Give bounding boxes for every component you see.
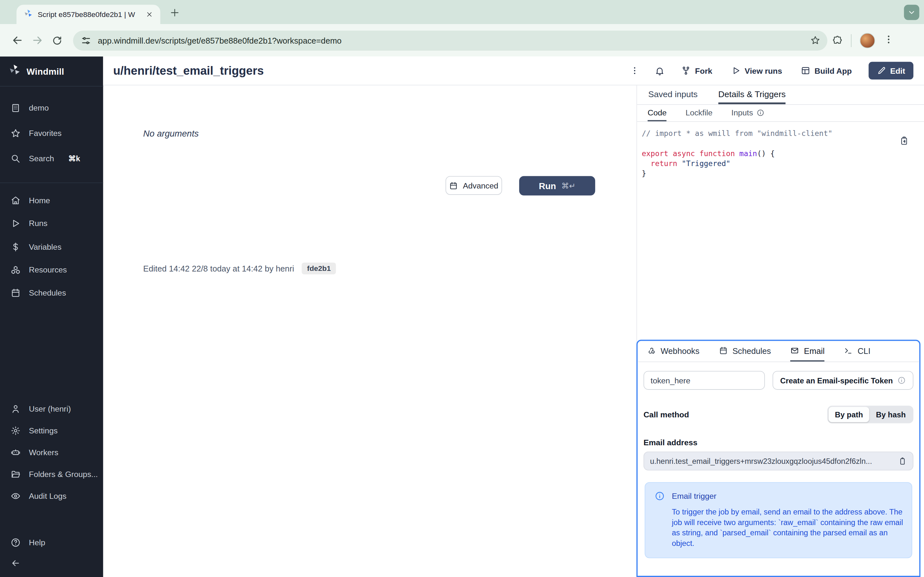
sidebar-item-favorites[interactable]: Favorites bbox=[0, 125, 103, 141]
tab-webhooks-label: Webhooks bbox=[661, 346, 699, 355]
tab-close-icon[interactable] bbox=[144, 9, 154, 19]
code-indent bbox=[642, 159, 651, 168]
webhook-icon bbox=[647, 346, 656, 355]
triggers-panel: Webhooks Schedules Email CLI Create an E… bbox=[636, 340, 921, 577]
sidebar-item-label: Favorites bbox=[29, 129, 61, 137]
by-path-option[interactable]: By path bbox=[829, 407, 869, 422]
tab-saved-inputs[interactable]: Saved inputs bbox=[648, 85, 698, 104]
script-header: u/henri/test_email_triggers Fork View ru… bbox=[103, 56, 924, 85]
token-input[interactable] bbox=[644, 371, 765, 390]
sidebar-item-workspace[interactable]: demo bbox=[0, 99, 103, 116]
sidebar-item-schedules[interactable]: Schedules bbox=[0, 284, 103, 301]
code-comment: // import * as wmill from "windmill-clie… bbox=[642, 129, 832, 138]
folder-icon bbox=[11, 469, 21, 479]
view-runs-label: View runs bbox=[745, 66, 782, 75]
build-app-label: Build App bbox=[814, 66, 852, 75]
new-tab-icon[interactable] bbox=[170, 8, 180, 18]
sidebar: Windmill demo Favorites Search ⌘k Home R… bbox=[0, 56, 103, 577]
trigger-tabs: Webhooks Schedules Email CLI bbox=[638, 341, 919, 362]
extensions-puzzle-icon[interactable] bbox=[832, 35, 843, 45]
tab-schedules[interactable]: Schedules bbox=[719, 341, 771, 361]
browser-tab[interactable]: Script e857be88e0fde2b1 | W bbox=[16, 5, 160, 24]
sidebar-item-label: Home bbox=[29, 196, 50, 205]
fork-button[interactable]: Fork bbox=[674, 62, 719, 79]
sidebar-collapse-button[interactable] bbox=[0, 554, 103, 571]
email-trigger-info-box: Email trigger To trigger the job by emai… bbox=[645, 482, 912, 558]
subtab-inputs[interactable]: Inputs bbox=[732, 105, 764, 121]
play-icon bbox=[731, 66, 740, 75]
sidebar-item-help[interactable]: Help bbox=[0, 534, 103, 550]
no-arguments-text: No arguments bbox=[143, 128, 199, 138]
edit-label: Edit bbox=[890, 66, 905, 75]
sidebar-item-user[interactable]: User (henri) bbox=[0, 400, 103, 417]
browser-toolbar: app.windmill.dev/scripts/get/e857be88e0f… bbox=[0, 24, 924, 56]
terminal-icon bbox=[844, 346, 853, 355]
home-icon bbox=[11, 195, 21, 205]
reload-icon[interactable] bbox=[47, 31, 67, 50]
sidebar-item-settings[interactable]: Settings bbox=[0, 422, 103, 438]
sidebar-item-label: Resources bbox=[29, 265, 67, 274]
sidebar-item-label: Variables bbox=[29, 242, 61, 251]
sidebar-item-variables[interactable]: Variables bbox=[0, 239, 103, 255]
version-badge[interactable]: fde2b1 bbox=[302, 263, 336, 274]
brand[interactable]: Windmill bbox=[0, 56, 103, 87]
profile-avatar[interactable] bbox=[860, 33, 875, 48]
building-icon bbox=[11, 103, 21, 113]
star-icon bbox=[11, 128, 21, 138]
sidebar-item-workers[interactable]: Workers bbox=[0, 444, 103, 460]
eye-icon bbox=[11, 491, 21, 501]
info-body: To trigger the job by email, send an ema… bbox=[672, 507, 906, 548]
more-options-kebab-icon[interactable] bbox=[625, 62, 645, 79]
sidebar-item-home[interactable]: Home bbox=[0, 192, 103, 208]
url-bar[interactable]: app.windmill.dev/scripts/get/e857be88e0f… bbox=[73, 31, 827, 50]
tab-search-chevron-icon[interactable] bbox=[904, 5, 919, 20]
back-icon[interactable] bbox=[7, 31, 27, 50]
sidebar-item-audit-logs[interactable]: Audit Logs bbox=[0, 488, 103, 504]
code-keyword: return bbox=[651, 159, 682, 168]
sidebar-item-runs[interactable]: Runs bbox=[0, 215, 103, 231]
sidebar-item-label: Runs bbox=[29, 219, 47, 227]
notifications-bell-icon[interactable] bbox=[650, 62, 670, 79]
subtab-code[interactable]: Code bbox=[648, 105, 667, 121]
browser-tabstrip: Script e857be88e0fde2b1 | W bbox=[0, 0, 924, 24]
view-runs-button[interactable]: View runs bbox=[724, 62, 789, 79]
info-icon bbox=[655, 491, 665, 501]
run-button[interactable]: Run ⌘↵ bbox=[519, 176, 595, 195]
email-address-field[interactable]: u.henri.test_email_triggers+mrsw23zlouxg… bbox=[644, 452, 913, 471]
run-shortcut: ⌘↵ bbox=[561, 181, 575, 190]
site-settings-icon[interactable] bbox=[81, 35, 90, 45]
sidebar-item-resources[interactable]: Resources bbox=[0, 261, 103, 278]
tab-cli[interactable]: CLI bbox=[844, 341, 871, 361]
code-brace: } bbox=[642, 169, 646, 178]
forward-icon[interactable] bbox=[27, 31, 47, 50]
create-token-button[interactable]: Create an Email-specific Token bbox=[772, 371, 913, 390]
edited-text: Edited 14:42 22/8 today at 14:42 by henr… bbox=[143, 264, 294, 273]
edit-button[interactable]: Edit bbox=[868, 62, 913, 79]
call-method-row: Call method By path By hash bbox=[644, 406, 913, 424]
bookmark-star-icon[interactable] bbox=[811, 35, 821, 45]
tab-webhooks[interactable]: Webhooks bbox=[647, 341, 699, 361]
copy-code-icon[interactable] bbox=[897, 135, 909, 147]
tab-schedules-label: Schedules bbox=[732, 346, 771, 355]
fork-label: Fork bbox=[695, 66, 712, 75]
chrome-menu-icon[interactable] bbox=[883, 34, 894, 47]
sidebar-item-folders[interactable]: Folders & Groups... bbox=[0, 466, 103, 482]
sidebar-item-label: demo bbox=[29, 103, 49, 112]
toolbar-separator bbox=[851, 34, 851, 47]
sidebar-divider bbox=[0, 182, 103, 183]
sidebar-item-label: Search bbox=[29, 154, 54, 163]
by-hash-option[interactable]: By hash bbox=[869, 407, 912, 422]
details-tabs: Saved inputs Details & Triggers bbox=[637, 85, 924, 105]
dollar-icon bbox=[11, 242, 21, 251]
edited-row: Edited 14:42 22/8 today at 14:42 by henr… bbox=[143, 263, 336, 274]
tab-email[interactable]: Email bbox=[790, 341, 825, 361]
sidebar-item-search[interactable]: Search ⌘k bbox=[0, 150, 103, 166]
brand-name: Windmill bbox=[27, 66, 64, 76]
build-app-button[interactable]: Build App bbox=[794, 62, 859, 79]
tab-cli-label: CLI bbox=[858, 346, 871, 355]
code-string: "Triggered" bbox=[682, 159, 730, 168]
windmill-favicon-icon bbox=[23, 9, 33, 21]
subtab-lockfile[interactable]: Lockfile bbox=[686, 105, 712, 121]
advanced-button[interactable]: Advanced bbox=[446, 176, 502, 195]
tab-details-triggers[interactable]: Details & Triggers bbox=[718, 85, 786, 104]
